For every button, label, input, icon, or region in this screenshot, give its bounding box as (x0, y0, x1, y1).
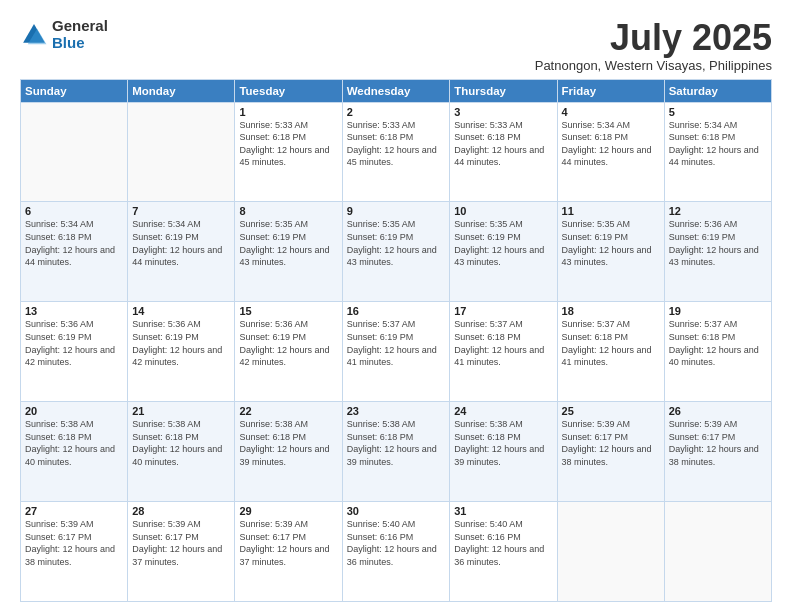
calendar-cell: 30Sunrise: 5:40 AM Sunset: 6:16 PM Dayli… (342, 502, 450, 602)
day-number: 9 (347, 205, 446, 217)
day-info: Sunrise: 5:38 AM Sunset: 6:18 PM Dayligh… (239, 418, 337, 468)
day-number: 11 (562, 205, 660, 217)
calendar-header-row: SundayMondayTuesdayWednesdayThursdayFrid… (21, 79, 772, 102)
day-info: Sunrise: 5:34 AM Sunset: 6:18 PM Dayligh… (562, 119, 660, 169)
day-number: 4 (562, 106, 660, 118)
calendar-cell: 29Sunrise: 5:39 AM Sunset: 6:17 PM Dayli… (235, 502, 342, 602)
day-number: 23 (347, 405, 446, 417)
title-block: July 2025 Patnongon, Western Visayas, Ph… (535, 18, 772, 73)
calendar-cell: 19Sunrise: 5:37 AM Sunset: 6:18 PM Dayli… (664, 302, 771, 402)
day-info: Sunrise: 5:38 AM Sunset: 6:18 PM Dayligh… (454, 418, 552, 468)
calendar-cell: 26Sunrise: 5:39 AM Sunset: 6:17 PM Dayli… (664, 402, 771, 502)
calendar-cell: 7Sunrise: 5:34 AM Sunset: 6:19 PM Daylig… (128, 202, 235, 302)
calendar-cell: 6Sunrise: 5:34 AM Sunset: 6:18 PM Daylig… (21, 202, 128, 302)
calendar-cell: 10Sunrise: 5:35 AM Sunset: 6:19 PM Dayli… (450, 202, 557, 302)
calendar-cell (664, 502, 771, 602)
day-info: Sunrise: 5:33 AM Sunset: 6:18 PM Dayligh… (347, 119, 446, 169)
day-number: 13 (25, 305, 123, 317)
day-number: 26 (669, 405, 767, 417)
calendar-cell: 8Sunrise: 5:35 AM Sunset: 6:19 PM Daylig… (235, 202, 342, 302)
day-info: Sunrise: 5:36 AM Sunset: 6:19 PM Dayligh… (132, 318, 230, 368)
subtitle: Patnongon, Western Visayas, Philippines (535, 58, 772, 73)
day-number: 1 (239, 106, 337, 118)
day-number: 21 (132, 405, 230, 417)
day-number: 29 (239, 505, 337, 517)
calendar-cell: 3Sunrise: 5:33 AM Sunset: 6:18 PM Daylig… (450, 102, 557, 202)
main-title: July 2025 (535, 18, 772, 58)
calendar-cell (21, 102, 128, 202)
day-number: 17 (454, 305, 552, 317)
day-info: Sunrise: 5:37 AM Sunset: 6:19 PM Dayligh… (347, 318, 446, 368)
day-number: 25 (562, 405, 660, 417)
calendar-week-2: 6Sunrise: 5:34 AM Sunset: 6:18 PM Daylig… (21, 202, 772, 302)
day-info: Sunrise: 5:39 AM Sunset: 6:17 PM Dayligh… (25, 518, 123, 568)
day-info: Sunrise: 5:35 AM Sunset: 6:19 PM Dayligh… (239, 218, 337, 268)
day-number: 7 (132, 205, 230, 217)
calendar-cell: 4Sunrise: 5:34 AM Sunset: 6:18 PM Daylig… (557, 102, 664, 202)
day-number: 22 (239, 405, 337, 417)
calendar-cell: 18Sunrise: 5:37 AM Sunset: 6:18 PM Dayli… (557, 302, 664, 402)
calendar-cell: 24Sunrise: 5:38 AM Sunset: 6:18 PM Dayli… (450, 402, 557, 502)
day-number: 20 (25, 405, 123, 417)
calendar-cell: 1Sunrise: 5:33 AM Sunset: 6:18 PM Daylig… (235, 102, 342, 202)
calendar-header-wednesday: Wednesday (342, 79, 450, 102)
day-number: 8 (239, 205, 337, 217)
day-info: Sunrise: 5:38 AM Sunset: 6:18 PM Dayligh… (347, 418, 446, 468)
day-info: Sunrise: 5:33 AM Sunset: 6:18 PM Dayligh… (239, 119, 337, 169)
day-info: Sunrise: 5:35 AM Sunset: 6:19 PM Dayligh… (562, 218, 660, 268)
day-info: Sunrise: 5:34 AM Sunset: 6:18 PM Dayligh… (25, 218, 123, 268)
day-number: 2 (347, 106, 446, 118)
calendar-cell: 16Sunrise: 5:37 AM Sunset: 6:19 PM Dayli… (342, 302, 450, 402)
day-info: Sunrise: 5:37 AM Sunset: 6:18 PM Dayligh… (562, 318, 660, 368)
day-info: Sunrise: 5:34 AM Sunset: 6:18 PM Dayligh… (669, 119, 767, 169)
calendar-header-tuesday: Tuesday (235, 79, 342, 102)
calendar-cell: 21Sunrise: 5:38 AM Sunset: 6:18 PM Dayli… (128, 402, 235, 502)
day-number: 12 (669, 205, 767, 217)
calendar-cell: 13Sunrise: 5:36 AM Sunset: 6:19 PM Dayli… (21, 302, 128, 402)
calendar-cell: 14Sunrise: 5:36 AM Sunset: 6:19 PM Dayli… (128, 302, 235, 402)
day-info: Sunrise: 5:39 AM Sunset: 6:17 PM Dayligh… (669, 418, 767, 468)
calendar-cell: 20Sunrise: 5:38 AM Sunset: 6:18 PM Dayli… (21, 402, 128, 502)
day-info: Sunrise: 5:37 AM Sunset: 6:18 PM Dayligh… (454, 318, 552, 368)
day-number: 15 (239, 305, 337, 317)
day-number: 28 (132, 505, 230, 517)
calendar-cell: 2Sunrise: 5:33 AM Sunset: 6:18 PM Daylig… (342, 102, 450, 202)
day-info: Sunrise: 5:36 AM Sunset: 6:19 PM Dayligh… (25, 318, 123, 368)
calendar-week-3: 13Sunrise: 5:36 AM Sunset: 6:19 PM Dayli… (21, 302, 772, 402)
calendar-cell: 5Sunrise: 5:34 AM Sunset: 6:18 PM Daylig… (664, 102, 771, 202)
day-info: Sunrise: 5:34 AM Sunset: 6:19 PM Dayligh… (132, 218, 230, 268)
day-number: 27 (25, 505, 123, 517)
day-info: Sunrise: 5:40 AM Sunset: 6:16 PM Dayligh… (454, 518, 552, 568)
calendar-cell: 15Sunrise: 5:36 AM Sunset: 6:19 PM Dayli… (235, 302, 342, 402)
day-number: 3 (454, 106, 552, 118)
day-number: 30 (347, 505, 446, 517)
calendar-header-monday: Monday (128, 79, 235, 102)
day-number: 31 (454, 505, 552, 517)
calendar-cell: 11Sunrise: 5:35 AM Sunset: 6:19 PM Dayli… (557, 202, 664, 302)
calendar-cell (557, 502, 664, 602)
day-info: Sunrise: 5:33 AM Sunset: 6:18 PM Dayligh… (454, 119, 552, 169)
logo-general: General (52, 18, 108, 35)
day-info: Sunrise: 5:38 AM Sunset: 6:18 PM Dayligh… (25, 418, 123, 468)
day-info: Sunrise: 5:36 AM Sunset: 6:19 PM Dayligh… (669, 218, 767, 268)
calendar-week-4: 20Sunrise: 5:38 AM Sunset: 6:18 PM Dayli… (21, 402, 772, 502)
day-number: 6 (25, 205, 123, 217)
day-info: Sunrise: 5:38 AM Sunset: 6:18 PM Dayligh… (132, 418, 230, 468)
calendar-cell: 23Sunrise: 5:38 AM Sunset: 6:18 PM Dayli… (342, 402, 450, 502)
day-info: Sunrise: 5:40 AM Sunset: 6:16 PM Dayligh… (347, 518, 446, 568)
day-number: 5 (669, 106, 767, 118)
calendar-cell: 25Sunrise: 5:39 AM Sunset: 6:17 PM Dayli… (557, 402, 664, 502)
day-number: 19 (669, 305, 767, 317)
calendar-cell: 17Sunrise: 5:37 AM Sunset: 6:18 PM Dayli… (450, 302, 557, 402)
calendar-cell: 9Sunrise: 5:35 AM Sunset: 6:19 PM Daylig… (342, 202, 450, 302)
day-number: 18 (562, 305, 660, 317)
day-number: 14 (132, 305, 230, 317)
calendar-cell: 12Sunrise: 5:36 AM Sunset: 6:19 PM Dayli… (664, 202, 771, 302)
calendar-week-5: 27Sunrise: 5:39 AM Sunset: 6:17 PM Dayli… (21, 502, 772, 602)
day-info: Sunrise: 5:39 AM Sunset: 6:17 PM Dayligh… (562, 418, 660, 468)
logo: General Blue (20, 18, 108, 51)
day-number: 24 (454, 405, 552, 417)
calendar-cell: 22Sunrise: 5:38 AM Sunset: 6:18 PM Dayli… (235, 402, 342, 502)
logo-icon (20, 21, 48, 49)
calendar-header-sunday: Sunday (21, 79, 128, 102)
